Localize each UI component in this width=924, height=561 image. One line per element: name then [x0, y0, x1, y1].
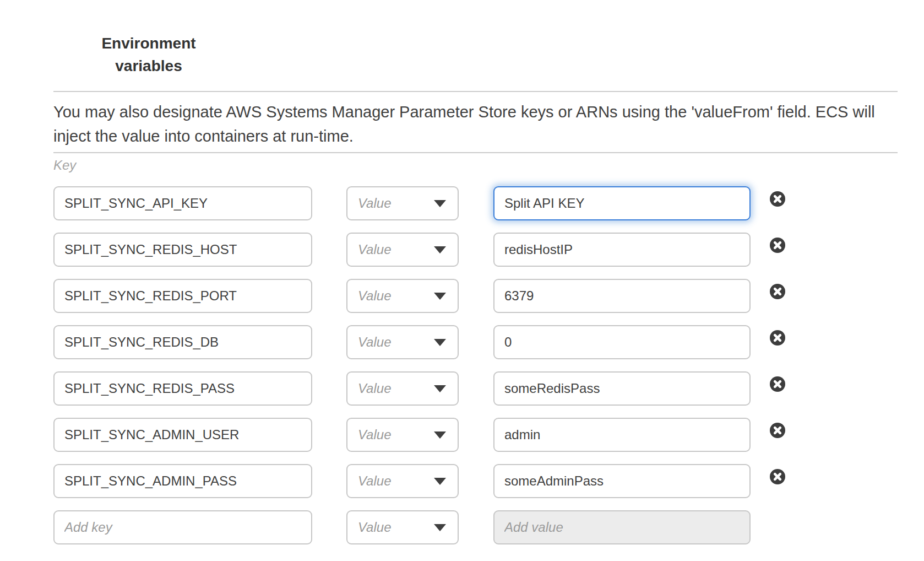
circle-x-icon	[770, 191, 785, 207]
env-key-input[interactable]	[53, 371, 312, 406]
env-var-row: Value	[53, 325, 898, 359]
env-value-input[interactable]	[493, 279, 751, 313]
value-type-dropdown[interactable]: Value	[346, 371, 459, 406]
value-type-dropdown[interactable]: Value	[346, 233, 459, 267]
circle-x-icon	[770, 284, 785, 299]
env-key-input[interactable]	[53, 279, 312, 313]
env-var-row: Value	[53, 371, 898, 406]
circle-x-icon	[770, 376, 785, 392]
value-type-dropdown[interactable]: Value	[346, 510, 459, 544]
value-type-dropdown[interactable]: Value	[346, 279, 459, 313]
middle-divider	[53, 152, 898, 153]
circle-x-icon	[770, 238, 785, 253]
env-var-row: Value	[53, 464, 898, 498]
key-column-label: Key	[53, 158, 898, 174]
env-key-input[interactable]	[53, 325, 312, 359]
env-var-row: Value	[53, 418, 898, 452]
chevron-down-icon	[434, 385, 446, 392]
remove-row-button[interactable]	[770, 284, 785, 299]
chevron-down-icon	[434, 431, 446, 439]
env-key-input[interactable]	[53, 233, 312, 267]
remove-row-button[interactable]	[770, 330, 785, 346]
env-var-row: Value	[53, 279, 898, 313]
value-type-dropdown[interactable]: Value	[346, 186, 459, 220]
env-var-row: Value	[53, 233, 898, 267]
env-value-input[interactable]	[493, 418, 751, 452]
env-value-input[interactable]	[493, 325, 751, 359]
value-type-selected: Value	[358, 511, 392, 543]
value-type-selected: Value	[358, 234, 392, 266]
remove-row-button[interactable]	[770, 191, 785, 207]
value-type-selected: Value	[358, 326, 392, 358]
value-type-dropdown[interactable]: Value	[346, 464, 459, 498]
env-key-input[interactable]	[53, 186, 312, 220]
section-label: Environment variables	[94, 32, 204, 77]
env-key-input[interactable]	[53, 464, 312, 498]
value-type-dropdown[interactable]: Value	[346, 418, 459, 452]
env-value-input[interactable]	[493, 464, 751, 498]
add-value-input[interactable]	[493, 510, 751, 544]
form-content: You may also designate AWS Systems Manag…	[53, 91, 898, 557]
env-variables-form: Environment variables You may also desig…	[0, 0, 924, 561]
env-value-input[interactable]	[493, 371, 751, 406]
chevron-down-icon	[434, 293, 446, 300]
remove-row-button[interactable]	[770, 238, 785, 253]
circle-x-icon	[770, 469, 785, 484]
add-key-input[interactable]	[53, 510, 312, 544]
circle-x-icon	[770, 330, 785, 346]
description-text: You may also designate AWS Systems Manag…	[53, 92, 898, 152]
remove-row-button[interactable]	[770, 423, 785, 438]
chevron-down-icon	[434, 200, 446, 207]
chevron-down-icon	[434, 339, 446, 346]
value-type-selected: Value	[358, 465, 392, 497]
remove-row-button[interactable]	[770, 469, 785, 484]
remove-row-button[interactable]	[770, 376, 785, 392]
env-value-input[interactable]	[493, 233, 751, 267]
chevron-down-icon	[434, 478, 446, 485]
env-value-input[interactable]	[493, 186, 751, 220]
env-var-add-row: Value	[53, 510, 898, 544]
value-type-dropdown[interactable]: Value	[346, 325, 459, 359]
value-type-selected: Value	[358, 187, 392, 219]
value-type-selected: Value	[358, 280, 392, 312]
chevron-down-icon	[434, 524, 446, 531]
env-var-row: Value	[53, 186, 898, 220]
chevron-down-icon	[434, 246, 446, 253]
value-type-selected: Value	[358, 373, 392, 404]
circle-x-icon	[770, 423, 785, 438]
env-var-rows: Value Value	[53, 186, 898, 544]
value-type-selected: Value	[358, 419, 392, 451]
env-key-input[interactable]	[53, 418, 312, 452]
